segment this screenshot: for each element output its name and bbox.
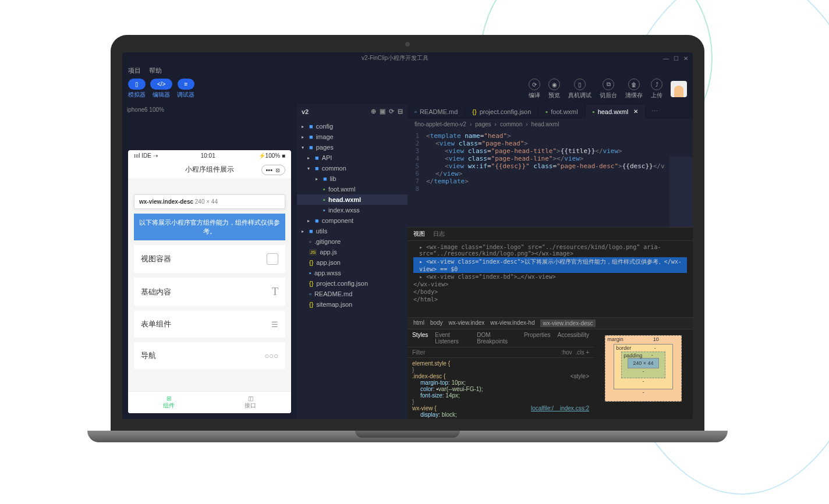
list-item-navigation[interactable]: 导航○○○	[134, 342, 285, 369]
styles-tab-styles[interactable]: Styles	[412, 332, 428, 345]
file-project-config[interactable]: {}project.config.json	[297, 278, 408, 289]
file-index-wxss[interactable]: ▪index.wxss	[297, 205, 408, 215]
file-app-json[interactable]: {}app.json	[297, 257, 408, 268]
tab-foot-wxml[interactable]: ▪foot.wxml	[539, 105, 585, 119]
file-icon: ▫	[309, 238, 311, 245]
file-explorer: v2 ⊕ ▣ ⟳ ⊟ ▸■config ▸■image ▾■pages ▸■AP…	[297, 104, 408, 419]
json-icon: {}	[309, 259, 313, 266]
code-editor[interactable]: 1<template name="head"> 2<view class="pa…	[408, 130, 693, 227]
elements-tree[interactable]: ▸ <wx-image class="index-logo" src="../r…	[408, 241, 693, 317]
battery-indicator: ⚡100% ■	[258, 152, 285, 159]
close-icon[interactable]: ✕	[633, 108, 638, 115]
folder-icon: ■	[309, 144, 313, 151]
maximize-icon[interactable]: ☐	[674, 55, 679, 62]
styles-tab-dom[interactable]: DOM Breakpoints	[477, 332, 517, 345]
styles-filter-input[interactable]	[412, 349, 561, 356]
wxss-icon: ▪	[309, 269, 311, 276]
phone-simulator: ıııl IDE ⇢ 10:01 ⚡100% ■ 小程序组件展示 ••• ⦻	[128, 150, 291, 413]
folder-pages[interactable]: ▾■pages	[297, 142, 408, 152]
styles-tab-props[interactable]: Properties	[524, 332, 551, 345]
collapse-icon[interactable]: ⊟	[398, 108, 403, 115]
folder-icon: ■	[309, 228, 313, 235]
preview-icon: ◉	[548, 79, 560, 90]
styles-rules[interactable]: element.style { } .index-desc {<style> m…	[408, 358, 594, 419]
file-app-js[interactable]: JSapp.js	[297, 247, 408, 257]
trash-icon: 🗑	[628, 79, 640, 90]
folder-image[interactable]: ▸■image	[297, 132, 408, 142]
list-item-basic-content[interactable]: 基础内容T	[134, 278, 285, 306]
folder-utils[interactable]: ▸■utils	[297, 226, 408, 236]
wxml-icon: ▪	[323, 196, 325, 203]
user-avatar[interactable]	[671, 81, 687, 97]
simulator-panel: iphone6 100% ıııl IDE ⇢ 10:01 ⚡100% ■ 小程…	[122, 104, 297, 419]
add-rule-icon[interactable]: +	[586, 349, 589, 356]
action-compile[interactable]: ⟳编译	[529, 79, 540, 100]
wxml-icon: ▪	[593, 108, 595, 115]
wxss-icon: ▪	[323, 207, 325, 214]
file-head-wxml[interactable]: ▪head.wxml	[297, 194, 408, 205]
file-sitemap[interactable]: {}sitemap.json	[297, 299, 408, 310]
minimap[interactable]	[669, 157, 693, 227]
tool-debugger[interactable]: ≡ 调试器	[177, 79, 194, 99]
refresh-icon[interactable]: ⟳	[389, 108, 394, 115]
tab-project-config[interactable]: {}project.config.json	[465, 105, 539, 119]
elements-breadcrumb[interactable]: html body wx-view.index wx-view.index-hd…	[408, 317, 693, 329]
folder-icon: ■	[309, 123, 313, 130]
cls-toggle[interactable]: .cls	[575, 349, 584, 356]
new-folder-icon[interactable]: ▣	[380, 108, 385, 115]
window-titlebar: v2-FinClip小程序开发工具 — ☐ ✕	[122, 52, 693, 64]
file-foot-wxml[interactable]: ▪foot.wxml	[297, 184, 408, 194]
action-remote-debug[interactable]: ▯真机调试	[568, 79, 591, 100]
folder-common[interactable]: ▾■common	[297, 163, 408, 173]
new-file-icon[interactable]: ⊕	[371, 108, 376, 115]
simulator-device-label[interactable]: iphone6 100%	[122, 104, 297, 115]
styles-tab-listeners[interactable]: Event Listeners	[435, 332, 470, 345]
devtools-tab-log[interactable]: 日志	[433, 230, 445, 238]
page-title: 小程序组件展示	[185, 165, 234, 173]
close-icon[interactable]: ✕	[683, 55, 688, 62]
project-root[interactable]: v2	[302, 108, 309, 115]
devtools-tab-view[interactable]: 视图	[413, 230, 425, 238]
folder-icon: ■	[323, 175, 327, 182]
folder-icon: ■	[315, 154, 319, 161]
capsule-button[interactable]: ••• ⦻	[261, 165, 285, 175]
folder-api[interactable]: ▸■API	[297, 152, 408, 163]
devtools-panel: 视图 日志 ▸ <wx-image class="index-logo" src…	[408, 227, 693, 419]
tool-simulator[interactable]: ▯ 模拟器	[128, 79, 146, 99]
file-gitignore[interactable]: ▫.gitignore	[297, 236, 408, 247]
upload-icon: ⤴	[651, 79, 663, 90]
tab-component[interactable]: ⊞组件	[128, 392, 210, 413]
minimize-icon[interactable]: —	[663, 55, 669, 62]
tab-head-wxml[interactable]: ▪head.wxml✕	[586, 105, 646, 119]
file-app-wxss[interactable]: ▪app.wxss	[297, 268, 408, 278]
folder-icon: ■	[315, 217, 319, 224]
action-clear-cache[interactable]: 🗑清缓存	[625, 79, 643, 100]
tool-editor[interactable]: </> 编辑器	[150, 79, 172, 99]
inspector-tooltip: wx-view.index-desc 240 × 44	[134, 194, 285, 209]
folder-component[interactable]: ▸■component	[297, 215, 408, 226]
camera-dot	[405, 42, 410, 47]
list-item-form-component[interactable]: 表单组件☰	[134, 311, 285, 338]
action-background[interactable]: ⧉切后台	[600, 79, 617, 100]
compile-icon: ⟳	[529, 79, 540, 90]
folder-lib[interactable]: ▸■lib	[297, 173, 408, 184]
background-icon: ⧉	[603, 79, 614, 90]
text-icon: T	[272, 286, 278, 298]
laptop-mockup: v2-FinClip小程序开发工具 — ☐ ✕ 项目 帮助 ▯ 模拟器	[87, 35, 728, 466]
menu-help[interactable]: 帮助	[149, 66, 162, 75]
tab-api[interactable]: ◫接口	[210, 392, 291, 413]
tab-readme[interactable]: ▫README.md	[408, 105, 465, 119]
api-icon: ◫	[213, 395, 288, 402]
dots-icon: ○○○	[264, 352, 278, 360]
tabs-overflow[interactable]: ⋯	[646, 104, 664, 119]
hov-toggle[interactable]: :hov	[561, 349, 572, 356]
debug-icon: ▯	[574, 79, 586, 90]
action-preview[interactable]: ◉预览	[548, 79, 560, 100]
folder-config[interactable]: ▸■config	[297, 121, 408, 132]
menu-project[interactable]: 项目	[128, 66, 141, 75]
action-upload[interactable]: ⤴上传	[651, 79, 663, 100]
file-readme[interactable]: ▫README.md	[297, 289, 408, 299]
styles-tab-acc[interactable]: Accessibility	[558, 332, 589, 345]
json-icon: {}	[472, 108, 476, 115]
list-item-view-container[interactable]: 视图容器	[134, 245, 285, 273]
